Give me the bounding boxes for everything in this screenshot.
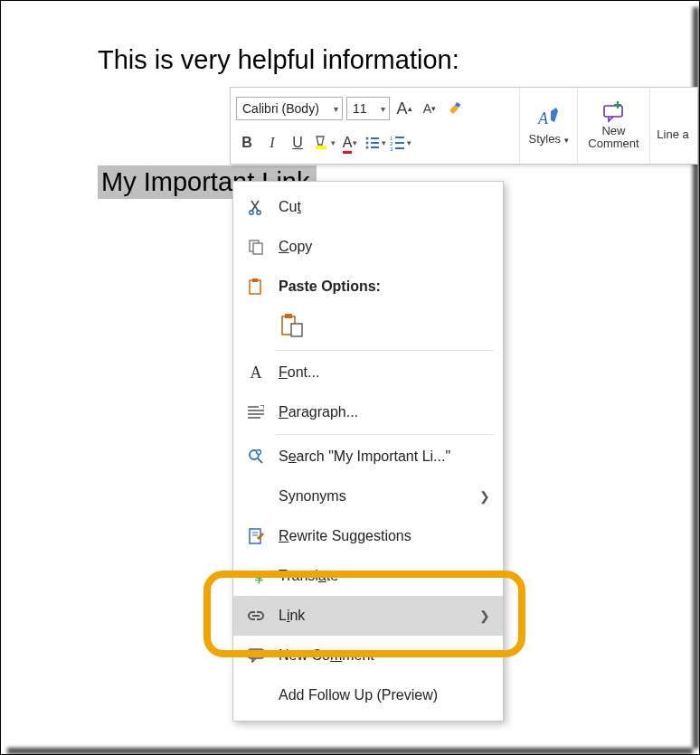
- svg-rect-7: [371, 146, 379, 148]
- menu-cut[interactable]: Cut: [233, 187, 503, 227]
- chevron-right-icon: ❯: [479, 609, 490, 623]
- menu-link[interactable]: Link ❯: [233, 596, 503, 636]
- svg-point-2: [366, 137, 369, 140]
- italic-button[interactable]: I: [261, 130, 283, 156]
- menu-copy[interactable]: Copy: [233, 227, 503, 267]
- font-icon: A: [246, 363, 266, 382]
- svg-text:i: i: [258, 450, 259, 455]
- line-action-button[interactable]: Line a: [650, 88, 695, 164]
- menu-translate[interactable]: a字 Translate: [233, 556, 503, 596]
- format-painter-button[interactable]: [444, 96, 466, 121]
- comment-icon: [246, 648, 266, 663]
- svg-rect-5: [371, 142, 379, 144]
- paragraph-icon: [246, 405, 266, 420]
- svg-rect-13: [395, 147, 404, 149]
- menu-search-label: Search "My Important Li...": [279, 448, 450, 465]
- svg-rect-25: [252, 278, 258, 282]
- rewrite-icon: [246, 527, 266, 545]
- paste-options-label: Paste Options:: [279, 278, 381, 295]
- styles-button[interactable]: A Styles ▾: [520, 88, 578, 164]
- paste-options-row: [233, 307, 503, 348]
- menu-font[interactable]: A Font...: [233, 353, 503, 392]
- context-menu: Cut Copy Paste Options: A Font... Paragr…: [232, 181, 504, 722]
- font-size-select[interactable]: 11 ▾: [346, 97, 390, 120]
- svg-rect-15: [604, 106, 622, 117]
- chevron-down-icon: ▾: [381, 104, 385, 114]
- menu-search[interactable]: i Search "My Important Li...": [233, 437, 503, 477]
- svg-point-21: [257, 211, 260, 214]
- menu-synonyms[interactable]: Synonyms ❯: [233, 477, 503, 516]
- translate-icon: a字: [246, 568, 266, 584]
- svg-rect-1: [316, 146, 326, 149]
- new-comment-button[interactable]: NewComment: [578, 88, 650, 164]
- menu-paste-options-header: Paste Options:: [233, 267, 503, 307]
- chevron-down-icon: ▾: [334, 104, 338, 114]
- font-name-value: Calibri (Body): [242, 101, 319, 116]
- menu-follow-up-label: Add Follow Up (Preview): [279, 687, 438, 703]
- svg-text:字: 字: [255, 575, 263, 584]
- search-icon: i: [246, 448, 266, 465]
- menu-paragraph[interactable]: Paragraph...: [233, 392, 503, 432]
- svg-text:a: a: [248, 570, 253, 579]
- paste-icon: [246, 278, 266, 296]
- mini-toolbar: Calibri (Body) ▾ 11 ▾ A▴ A▾ B I U ▾: [230, 87, 698, 165]
- font-name-select[interactable]: Calibri (Body) ▾: [236, 97, 343, 120]
- link-icon: [246, 609, 266, 622]
- menu-link-label: Link: [279, 608, 305, 624]
- numbering-button[interactable]: 123▾: [390, 130, 411, 156]
- svg-rect-23: [253, 243, 262, 254]
- highlight-button[interactable]: ▾: [312, 130, 336, 156]
- chevron-right-icon: ❯: [479, 489, 490, 504]
- underline-button[interactable]: U: [287, 130, 308, 156]
- svg-rect-9: [395, 137, 404, 138]
- paste-keep-source-button[interactable]: [277, 310, 307, 341]
- menu-rewrite[interactable]: Rewrite Suggestions: [233, 516, 503, 556]
- svg-text:A: A: [537, 109, 549, 127]
- cut-icon: [246, 199, 266, 215]
- svg-rect-24: [250, 280, 260, 294]
- comment-icon: [601, 101, 627, 123]
- svg-point-4: [366, 142, 369, 145]
- menu-cut-label: Cut: [279, 199, 301, 215]
- menu-separator: [275, 434, 494, 435]
- svg-text:3: 3: [390, 146, 393, 151]
- svg-rect-28: [291, 324, 302, 336]
- menu-new-comment-label: New Comment: [279, 647, 374, 664]
- styles-label: Styles: [528, 132, 560, 146]
- menu-rewrite-label: Rewrite Suggestions: [279, 528, 411, 544]
- svg-point-6: [366, 146, 369, 149]
- copy-icon: [246, 239, 266, 255]
- svg-line-34: [258, 458, 262, 463]
- svg-rect-27: [285, 314, 292, 318]
- increase-font-button[interactable]: A▴: [393, 96, 415, 121]
- menu-font-label: Font...: [279, 364, 319, 381]
- bullets-button[interactable]: ▾: [364, 130, 386, 156]
- svg-rect-3: [371, 137, 379, 139]
- menu-translate-label: Translate: [279, 568, 338, 584]
- decrease-font-button[interactable]: A▾: [419, 96, 440, 121]
- svg-rect-11: [395, 142, 404, 144]
- menu-new-comment[interactable]: New Comment: [233, 636, 503, 675]
- svg-point-20: [250, 211, 253, 214]
- menu-paragraph-label: Paragraph...: [279, 404, 358, 420]
- menu-copy-label: Copy: [279, 239, 312, 255]
- bold-button[interactable]: B: [236, 130, 258, 156]
- line-a-label: Line a: [657, 110, 688, 141]
- svg-rect-42: [252, 615, 260, 617]
- menu-follow-up[interactable]: Add Follow Up (Preview): [233, 675, 503, 715]
- font-color-button[interactable]: A▾: [339, 130, 361, 156]
- document-intro-text: This is very helpful information:: [98, 45, 459, 75]
- menu-separator: [275, 350, 494, 351]
- svg-rect-43: [249, 649, 263, 658]
- menu-synonyms-label: Synonyms: [279, 488, 346, 505]
- styles-icon: A: [536, 106, 562, 131]
- font-size-value: 11: [353, 101, 367, 116]
